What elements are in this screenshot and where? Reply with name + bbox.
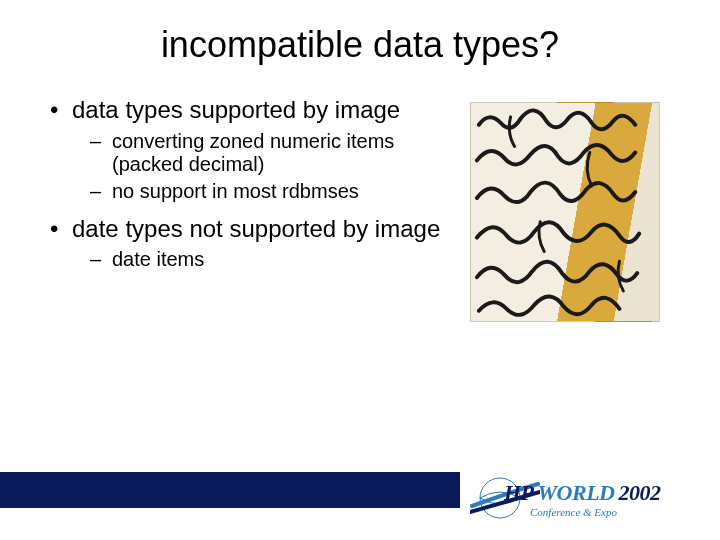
logo-year: 2002: [619, 480, 661, 506]
spacer: [50, 207, 450, 215]
graffiti-image: [470, 102, 660, 322]
logo-world: WORLD: [538, 480, 615, 506]
event-logo: HP WORLD 2002 Conference & Expo: [470, 470, 690, 528]
logo-tagline: Conference & Expo: [530, 506, 617, 518]
image-column: [460, 96, 670, 322]
bullet-level1: date types not supported by image: [50, 215, 450, 243]
slide: incompatible data types? data types supp…: [0, 0, 720, 540]
logo-hp: HP: [504, 480, 534, 506]
bullet-level2: no support in most rdbmses: [50, 180, 450, 203]
logo-text: HP WORLD 2002: [504, 480, 661, 506]
slide-title: incompatible data types?: [0, 0, 720, 76]
bullet-level2: date items: [50, 248, 450, 271]
footer-bar: [0, 472, 460, 508]
text-column: data types supported by image converting…: [50, 96, 460, 322]
bullet-level2: converting zoned numeric items (packed d…: [50, 130, 450, 176]
content-area: data types supported by image converting…: [0, 76, 720, 322]
bullet-level1: data types supported by image: [50, 96, 450, 124]
